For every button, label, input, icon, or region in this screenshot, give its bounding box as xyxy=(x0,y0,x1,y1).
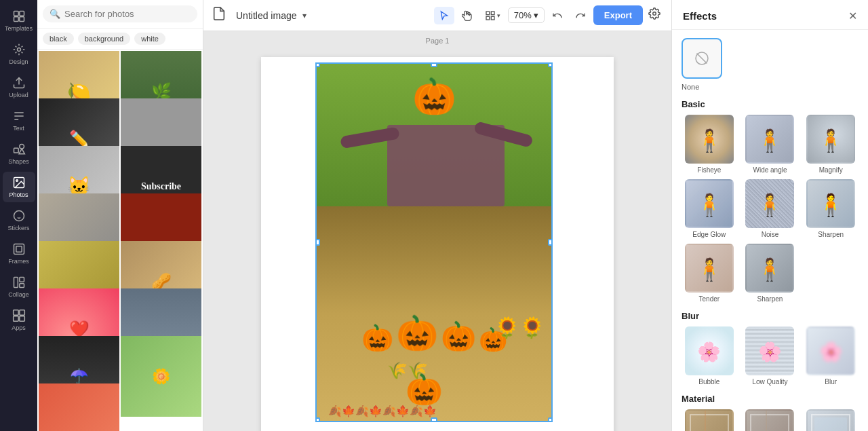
photo-thumb[interactable]: 🌼 xyxy=(121,336,201,417)
svg-rect-6 xyxy=(14,148,18,153)
effect-blur[interactable]: 🌸 Blur xyxy=(803,326,859,386)
effect-tender[interactable]: 🧍 Tender xyxy=(682,244,737,303)
export-button[interactable]: Export xyxy=(593,5,643,25)
sidebar-label-stickers: Stickers xyxy=(7,225,29,231)
effects-title: Effects xyxy=(683,10,717,22)
hand-tool-button[interactable] xyxy=(457,7,477,24)
top-bar: Untitled image ▾ ▾ 70% ▾ Ex xyxy=(203,0,671,31)
settings-button[interactable] xyxy=(646,5,663,26)
handle-top-right[interactable] xyxy=(548,62,553,67)
effect-fisheye[interactable]: 🧍 Fisheye xyxy=(682,115,737,174)
sidebar-item-shapes[interactable]: Shapes xyxy=(3,138,35,169)
effect-sharpen2[interactable]: 🧍 Sharpen xyxy=(743,244,798,303)
svg-rect-22 xyxy=(491,12,494,15)
sidebar-item-text[interactable]: Text xyxy=(3,105,35,136)
effect-label-edgeglow: Edge Glow xyxy=(692,231,726,238)
effect-thumb-class2 xyxy=(745,409,794,431)
section-title-basic: Basic xyxy=(682,99,859,109)
effect-label-bubble: Bubble xyxy=(698,378,719,386)
tag-bar: black background white xyxy=(37,29,203,50)
effect-none[interactable] xyxy=(682,38,722,79)
handle-bottom-right[interactable] xyxy=(548,417,553,422)
undo-button[interactable] xyxy=(547,7,568,24)
sidebar-label-collage: Collage xyxy=(8,291,29,298)
search-input-wrap[interactable]: 🔍 xyxy=(43,5,197,22)
handle-bottom-left[interactable] xyxy=(315,417,320,422)
sidebar-item-design[interactable]: Design xyxy=(3,39,35,69)
select-tool-button[interactable] xyxy=(434,7,454,24)
svg-rect-21 xyxy=(486,12,490,15)
tag-white[interactable]: white xyxy=(134,33,165,45)
handle-mid-left[interactable] xyxy=(315,239,320,246)
sidebar-item-upload[interactable]: Upload xyxy=(3,72,35,102)
handle-bottom-mid[interactable] xyxy=(431,417,437,422)
sidebar-label-text: Text xyxy=(13,125,24,132)
effects-close-button[interactable]: ✕ xyxy=(848,10,857,22)
svg-rect-14 xyxy=(14,278,18,288)
effect-thumb-bubble: 🌸 xyxy=(685,326,734,375)
effect-sharpen[interactable]: 🧍 Sharpen xyxy=(803,179,859,238)
tag-background[interactable]: background xyxy=(78,33,131,45)
effect-thumb-noise: 🧍 xyxy=(745,179,794,228)
svg-marker-8 xyxy=(19,149,24,154)
effect-label-fisheye: Fisheye xyxy=(697,166,721,174)
handle-top-left[interactable] xyxy=(315,62,320,67)
document-icon xyxy=(212,6,231,25)
effect-plastic[interactable]: Plastic xyxy=(803,409,859,431)
effect-lowquality[interactable]: 🌸 Low Quality xyxy=(743,326,798,386)
effect-thumb-sharpen: 🧍 xyxy=(806,179,855,228)
sidebar-item-templates[interactable]: Templates xyxy=(3,5,35,36)
effect-bubble[interactable]: 🌸 Bubble xyxy=(682,326,737,386)
effects-body: None Basic 🧍 Fisheye 🧍 Wide angle 🧍 Magn… xyxy=(672,30,868,431)
effect-wideangle[interactable]: 🧍 Wide angle xyxy=(743,115,798,174)
effect-thumb-lowquality: 🌸 xyxy=(745,326,794,375)
handle-top-mid[interactable] xyxy=(431,62,437,67)
section-title-blur: Blur xyxy=(682,311,859,321)
search-bar: 🔍 xyxy=(37,0,203,29)
sidebar-item-frames[interactable]: Frames xyxy=(3,238,35,269)
svg-rect-24 xyxy=(491,16,494,20)
effect-label-lowquality: Low Quality xyxy=(752,378,787,386)
tag-black[interactable]: black xyxy=(43,33,74,45)
svg-rect-18 xyxy=(19,310,24,316)
svg-rect-23 xyxy=(486,16,490,20)
top-bar-tools: ▾ 70% ▾ Export xyxy=(434,5,663,26)
layout-tool-button[interactable]: ▾ xyxy=(480,7,505,24)
sidebar-item-stickers[interactable]: Stickers xyxy=(3,205,35,236)
sidebar-label-design: Design xyxy=(9,58,28,65)
sidebar-item-collage[interactable]: Collage xyxy=(3,271,35,302)
title-chevron-button[interactable]: ▾ xyxy=(302,11,307,20)
effect-thumb-edgeglow: 🧍 xyxy=(685,179,734,228)
sidebar-label-shapes: Shapes xyxy=(8,158,29,165)
sidebar-item-apps[interactable]: Apps xyxy=(3,305,35,335)
effect-label-tender: Tender xyxy=(699,295,720,303)
svg-rect-0 xyxy=(14,12,18,16)
effect-class2[interactable]: Class II xyxy=(743,409,798,431)
effect-class1[interactable]: Class I xyxy=(682,409,737,431)
effect-thumb-fisheye: 🧍 xyxy=(685,115,734,164)
effect-thumb-tender: 🧍 xyxy=(685,244,734,293)
handle-mid-right[interactable] xyxy=(548,239,553,246)
zoom-value: 70% xyxy=(514,10,532,20)
svg-point-11 xyxy=(14,211,24,221)
svg-rect-13 xyxy=(16,246,21,252)
effect-magnify[interactable]: 🧍 Magnify xyxy=(803,115,859,174)
redo-button[interactable] xyxy=(570,7,591,24)
svg-rect-19 xyxy=(13,316,18,322)
svg-line-33 xyxy=(697,54,707,64)
blur-effects-grid: 🌸 Bubble 🌸 Low Quality 🌸 Blur xyxy=(682,326,859,386)
effect-edgeglow[interactable]: 🧍 Edge Glow xyxy=(682,179,737,238)
sidebar-label-upload: Upload xyxy=(9,92,28,98)
search-input[interactable] xyxy=(64,9,191,19)
effect-noise[interactable]: 🧍 Noise xyxy=(743,179,798,238)
zoom-chevron-icon: ▾ xyxy=(534,10,538,20)
zoom-control[interactable]: 70% ▾ xyxy=(508,7,545,23)
selected-image[interactable]: ••• 🎃 xyxy=(315,62,553,422)
sidebar-label-apps: Apps xyxy=(12,324,26,331)
sidebar-item-photos[interactable]: Photos xyxy=(3,172,35,202)
photo-thumb[interactable] xyxy=(39,383,119,431)
svg-rect-16 xyxy=(19,284,24,288)
svg-rect-17 xyxy=(13,310,18,316)
effects-panel: Effects ✕ None Basic 🧍 Fisheye 🧍 Wide an… xyxy=(671,0,868,431)
photos-grid: 🍋 🌿 ✏️ 🐱 Subscribe ⤡ 🥜 ❤️ ☂️ 🌼 xyxy=(37,50,203,431)
